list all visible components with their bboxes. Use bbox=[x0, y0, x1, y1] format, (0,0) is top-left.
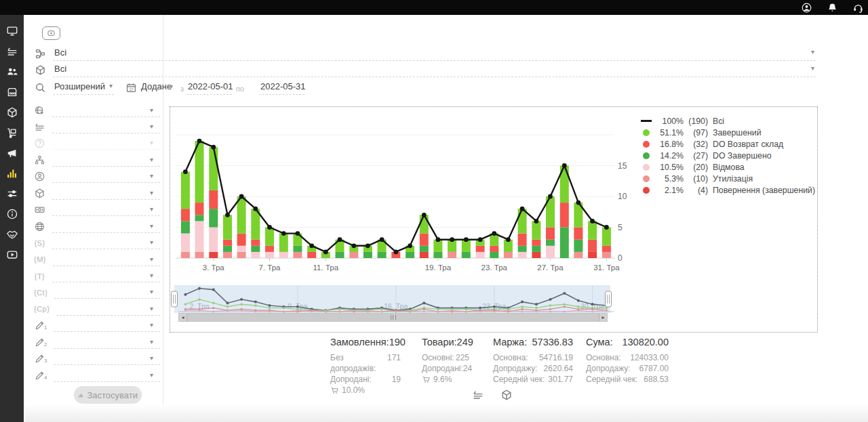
filter-row-custom-4: 4▾ bbox=[24, 367, 163, 383]
stats-row-label: Допродані: bbox=[330, 374, 372, 385]
stats-title: Сума: bbox=[586, 337, 613, 347]
custom-4-select[interactable]: ▾ bbox=[54, 369, 160, 382]
scroll-thumb[interactable] bbox=[186, 314, 599, 321]
chart-scrollbar[interactable]: ◂ ▸ bbox=[178, 313, 608, 322]
sidebar-item-dashboard[interactable] bbox=[6, 25, 18, 37]
payment-select[interactable]: ▾ bbox=[52, 203, 160, 216]
navigator-handle-right[interactable] bbox=[606, 291, 612, 307]
date-to-label: по bbox=[236, 85, 244, 93]
user-profile-icon[interactable] bbox=[801, 2, 812, 14]
video-help-button[interactable] bbox=[42, 26, 60, 40]
navigator-selected-range[interactable] bbox=[174, 285, 610, 313]
crm-statistics-page: Застосувати ▾▾▾▾▾▾▾▾{S}▾{M}▾{T}▾{Ct}▾{Cp… bbox=[0, 0, 868, 422]
chevron-down-icon: ▾ bbox=[150, 206, 160, 213]
stats-row-label: Середній чек: bbox=[493, 374, 545, 385]
sidebar-item-marketing[interactable] bbox=[6, 147, 18, 159]
legend-dot-swatch bbox=[643, 175, 650, 182]
sidebar-item-orders[interactable] bbox=[6, 45, 18, 58]
custom-1-number: 1 bbox=[44, 324, 47, 331]
statistics-icon bbox=[6, 167, 18, 180]
topbar-icons bbox=[801, 0, 864, 15]
sidebar-item-clients[interactable] bbox=[6, 66, 18, 78]
scroll-left-button[interactable]: ◂ bbox=[179, 314, 186, 321]
marketing-icon bbox=[6, 147, 18, 159]
unknown-select[interactable]: ▾ bbox=[52, 137, 160, 150]
legend-count: (27) bbox=[684, 151, 708, 161]
utm-source-select[interactable]: ▾ bbox=[52, 236, 160, 249]
legend-label: Відмова bbox=[713, 163, 745, 172]
chevron-down-icon: ▾ bbox=[109, 83, 113, 89]
info-icon bbox=[6, 208, 18, 220]
navigator-handle-left[interactable] bbox=[172, 291, 178, 307]
manager-select[interactable]: ▾ bbox=[52, 170, 160, 183]
fields-icon bbox=[34, 121, 45, 133]
partners-icon bbox=[6, 228, 18, 240]
stats-row-label: Середній чек: bbox=[586, 374, 637, 385]
products-toggle[interactable] bbox=[500, 389, 513, 401]
calendar-icon bbox=[125, 82, 137, 93]
legend-pct: 2.1% bbox=[654, 186, 684, 195]
utm-term-select[interactable]: ▾ bbox=[52, 270, 160, 282]
sidebar-item-tutorials[interactable] bbox=[6, 249, 18, 261]
funnel-select[interactable]: Всі ▾ bbox=[53, 46, 816, 61]
chevron-down-icon: ▾ bbox=[150, 173, 160, 180]
site-select[interactable]: ▾ bbox=[52, 104, 160, 117]
stage-select[interactable]: ▾ bbox=[52, 154, 160, 167]
stats-column-1: Товари:249Основні:225Допродані:249.6% bbox=[422, 337, 469, 384]
custom-3-select[interactable]: ▾ bbox=[54, 352, 160, 365]
sidebar-item-company[interactable] bbox=[6, 86, 18, 98]
product-select[interactable]: ▾ bbox=[52, 187, 160, 200]
apply-button[interactable]: Застосувати bbox=[74, 386, 142, 404]
scroll-right-button[interactable]: ▸ bbox=[599, 314, 607, 321]
legend-item-1[interactable]: 51.1%(97)Завершений bbox=[639, 128, 815, 137]
sidebar-item-info[interactable] bbox=[6, 208, 18, 220]
play-icon bbox=[46, 29, 56, 37]
stats-row-value: 171 bbox=[387, 352, 401, 374]
chevron-down-icon: ▾ bbox=[150, 123, 160, 130]
legend-item-2[interactable]: 16.8%(32)DO Возврат склад bbox=[639, 140, 815, 148]
sidebar-item-settings[interactable] bbox=[6, 188, 18, 200]
date-to-input[interactable]: 2022-05-31 bbox=[259, 80, 304, 95]
utm-medium-select[interactable]: ▾ bbox=[53, 253, 160, 266]
sidebar-item-products[interactable] bbox=[6, 106, 18, 119]
legend-count: (97) bbox=[684, 128, 708, 138]
stats-row-label: Основна: bbox=[493, 352, 528, 363]
fields-select[interactable]: ▾ bbox=[52, 121, 160, 133]
sidebar-item-statistics[interactable] bbox=[6, 167, 18, 180]
svg-text:10: 10 bbox=[618, 192, 627, 201]
sidebar-item-partners[interactable] bbox=[6, 228, 18, 240]
custom-2-select[interactable]: ▾ bbox=[54, 336, 160, 349]
support-headset-icon[interactable] bbox=[852, 2, 864, 14]
chevron-down-icon[interactable]: ▾ bbox=[170, 83, 180, 90]
filter-mode-select[interactable]: Розширений ▾ bbox=[53, 80, 114, 95]
sidebar-item-purchases[interactable] bbox=[6, 127, 18, 139]
legend-line-swatch bbox=[641, 120, 652, 122]
legend-pct: 51.1% bbox=[654, 128, 684, 138]
utm-content-select[interactable]: ▾ bbox=[54, 286, 160, 299]
date-from-input[interactable]: 2022-05-01 bbox=[186, 80, 232, 95]
utm-campaign-select[interactable]: ▾ bbox=[56, 303, 160, 316]
date-field-select[interactable]: Додане bbox=[140, 80, 174, 94]
legend-item-3[interactable]: 14.2%(27)DO Завершено bbox=[639, 151, 815, 160]
chevron-down-icon: ▾ bbox=[150, 355, 160, 362]
sidebar bbox=[0, 0, 24, 422]
legend-item-0[interactable]: 100%(190)Всі bbox=[639, 117, 815, 125]
legend-item-5[interactable]: 5.3%(10)Утилізація bbox=[639, 174, 815, 183]
legend-count: (10) bbox=[684, 174, 708, 184]
svg-text:7. Тра: 7. Тра bbox=[259, 263, 281, 272]
cart-icon bbox=[330, 386, 339, 395]
source-select[interactable]: ▾ bbox=[52, 220, 160, 233]
legend-pct: 5.3% bbox=[654, 174, 684, 184]
filter-row-product: ▾ bbox=[24, 185, 163, 201]
svg-text:3. Тра: 3. Тра bbox=[203, 263, 225, 272]
orders-list-toggle[interactable] bbox=[472, 389, 484, 401]
custom-1-select[interactable]: ▾ bbox=[54, 319, 160, 332]
legend-item-6[interactable]: 2.1%(4)Повернення (завершений) bbox=[639, 186, 815, 194]
notifications-bell-icon[interactable] bbox=[827, 2, 838, 14]
stats-title: Маржа: bbox=[493, 337, 527, 347]
product-select[interactable]: Всі ▾ bbox=[53, 62, 816, 77]
legend-item-4[interactable]: 10.5%(20)Відмова bbox=[639, 163, 815, 171]
filter-row-utm-content: {Ct}▾ bbox=[24, 284, 163, 301]
stats-value: 57336.83 bbox=[532, 337, 573, 347]
scroll-grip-icon bbox=[391, 315, 396, 320]
